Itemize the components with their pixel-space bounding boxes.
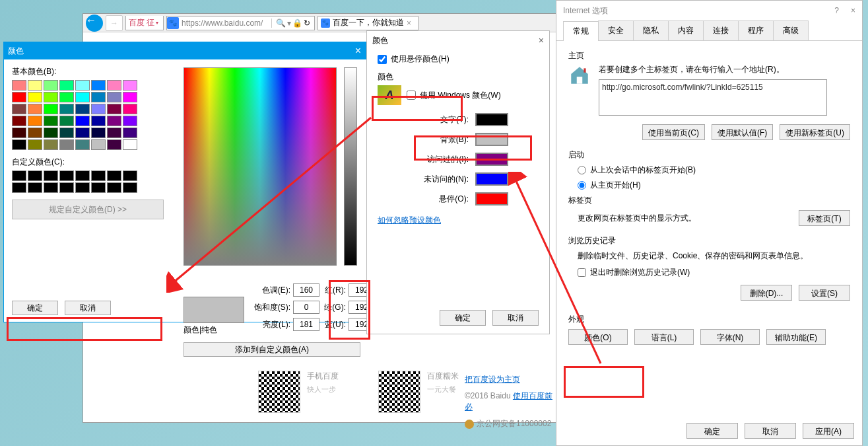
color-swatch[interactable] [12, 128, 26, 138]
opt-cancel-button[interactable]: 取消 [745, 423, 796, 439]
unvisited-color-button[interactable] [475, 172, 508, 186]
color-swatch[interactable] [28, 92, 42, 102]
sat-input[interactable] [293, 301, 319, 314]
bg-color-button[interactable] [475, 133, 508, 146]
color-swatch[interactable] [28, 116, 42, 126]
refresh-icon[interactable]: ↻ [304, 19, 310, 28]
delete-button[interactable]: 删除(D)... [741, 285, 792, 301]
ok-button[interactable]: 确定 [12, 301, 58, 315]
custom-swatch[interactable] [75, 182, 90, 193]
close-icon[interactable]: × [351, 45, 365, 57]
color-swatch[interactable] [59, 104, 74, 114]
ignore-preset-link[interactable]: 如何忽略预设颜色 [378, 215, 441, 226]
use-newtab-button[interactable]: 使用新标签页(U) [780, 124, 850, 140]
hue-input[interactable] [293, 283, 319, 297]
close-icon[interactable]: × [539, 35, 544, 46]
color-swatch[interactable] [107, 80, 121, 91]
color-swatch[interactable] [123, 80, 137, 91]
color-swatch[interactable] [44, 104, 58, 114]
color-swatch[interactable] [123, 116, 137, 126]
define-custom-button[interactable]: 规定自定义颜色(D) >> [12, 200, 164, 219]
color-swatch[interactable] [75, 128, 90, 138]
browser-tab[interactable]: 🐾 百度一下，你就知道 × [317, 16, 418, 30]
windows-color-checkbox[interactable] [407, 91, 416, 100]
custom-swatch[interactable] [107, 170, 121, 181]
search-icon[interactable]: 🔍 [276, 19, 286, 28]
color-swatch[interactable] [59, 80, 74, 91]
color-swatch[interactable] [59, 139, 74, 150]
custom-swatch[interactable] [91, 170, 106, 181]
home-url-textarea[interactable]: http://go.microsoft.com/fwlink/?LinkId=6… [599, 79, 827, 116]
lum-input[interactable] [293, 318, 319, 331]
color-swatch[interactable] [123, 104, 137, 114]
luminance-slider[interactable] [344, 67, 357, 266]
opt-ok-button[interactable]: 确定 [686, 423, 738, 439]
close-icon[interactable]: × [851, 6, 855, 15]
opt-apply-button[interactable]: 应用(A) [803, 423, 854, 439]
options-tab-6[interactable]: 高级 [773, 20, 809, 40]
custom-swatch[interactable] [28, 182, 42, 193]
options-tab-5[interactable]: 程序 [738, 20, 774, 40]
text-color-button[interactable] [475, 113, 508, 126]
nav-forward-button[interactable]: → [106, 15, 123, 31]
color-swatch[interactable] [12, 92, 26, 102]
custom-swatch[interactable] [123, 182, 137, 193]
custom-swatch[interactable] [12, 170, 26, 181]
radio-home[interactable]: 从主页开始(H) [578, 180, 850, 191]
windows-color-checkbox-row[interactable]: 使用 Windows 颜色(W) [407, 90, 501, 101]
custom-swatch[interactable] [59, 170, 74, 181]
color-swatch[interactable] [107, 128, 121, 138]
color-swatch[interactable] [28, 128, 42, 138]
url-input[interactable] [179, 17, 271, 29]
color-swatch[interactable] [12, 116, 26, 126]
custom-swatch[interactable] [59, 182, 74, 193]
color-swatch[interactable] [28, 139, 42, 150]
custom-swatch[interactable] [12, 182, 26, 193]
options-tab-2[interactable]: 隐私 [633, 20, 669, 40]
color-swatch[interactable] [91, 116, 106, 126]
color-swatch[interactable] [44, 80, 58, 91]
options-tab-0[interactable]: 常规 [563, 21, 599, 41]
dialog-titlebar[interactable]: 颜色 × [4, 42, 369, 59]
tab-close-icon[interactable]: × [407, 19, 411, 28]
color-swatch[interactable] [44, 128, 58, 138]
appearance-access-button[interactable]: 辅助功能(E) [766, 329, 826, 345]
custom-swatch[interactable] [44, 182, 58, 193]
help-icon[interactable]: ? [834, 6, 839, 15]
color-swatch[interactable] [28, 104, 42, 114]
visited-color-button[interactable] [475, 153, 508, 166]
hover-color-checkbox[interactable] [378, 55, 387, 64]
cs-ok-button[interactable]: 确定 [440, 310, 486, 326]
hover-color-checkbox-row[interactable]: 使用悬停颜色(H) [378, 54, 539, 65]
appearance-color-button[interactable]: 颜色(O) [568, 329, 628, 345]
color-swatch[interactable] [44, 139, 58, 150]
set-home-link[interactable]: 把百度设为主页 [465, 375, 520, 384]
color-swatch[interactable] [59, 92, 74, 102]
radio-last-session[interactable]: 从上次会话中的标签页开始(B) [578, 165, 850, 176]
custom-swatch[interactable] [44, 170, 58, 181]
options-tab-4[interactable]: 连接 [703, 20, 739, 40]
options-tab-1[interactable]: 安全 [598, 20, 634, 40]
color-swatch[interactable] [12, 104, 26, 114]
color-swatch[interactable] [44, 92, 58, 102]
add-to-custom-button[interactable]: 添加到自定义颜色(A) [184, 342, 360, 357]
color-swatch[interactable] [44, 116, 58, 126]
color-swatch[interactable] [12, 80, 26, 91]
search-provider-dropdown[interactable]: 百度 征▾ [126, 16, 163, 30]
custom-swatch[interactable] [91, 182, 106, 193]
color-swatch[interactable] [75, 139, 90, 150]
appearance-font-button[interactable]: 字体(N) [700, 329, 760, 345]
color-swatch[interactable] [107, 139, 121, 150]
hover-color-button[interactable] [475, 192, 508, 205]
color-swatch[interactable] [75, 92, 90, 102]
color-swatch[interactable] [91, 80, 106, 91]
color-gradient-picker[interactable] [184, 67, 337, 266]
color-swatch[interactable] [12, 139, 26, 150]
color-swatch[interactable] [75, 80, 90, 91]
color-swatch[interactable] [107, 104, 121, 114]
exit-delete-checkbox-row[interactable]: 退出时删除浏览历史记录(W) [578, 267, 850, 278]
color-swatch[interactable] [59, 128, 74, 138]
use-current-button[interactable]: 使用当前页(C) [642, 124, 705, 140]
color-swatch[interactable] [75, 104, 90, 114]
nav-back-button[interactable]: ← [86, 15, 103, 32]
